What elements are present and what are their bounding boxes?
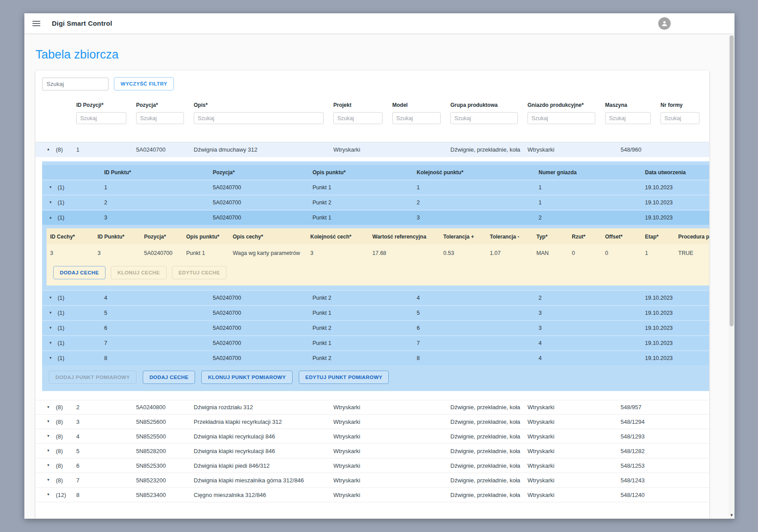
cell-id-punktu: 5 xyxy=(104,310,213,316)
filter-input-projekt[interactable] xyxy=(333,112,383,124)
position-row[interactable]: (8) 4 5N8525500 Dźwignia klapki recyrkul… xyxy=(35,429,709,444)
expand-arrow-icon[interactable] xyxy=(49,341,52,345)
point-row[interactable]: (1) 5 5A0240700 Punkt 1 5 3 19.10.2023 xyxy=(42,305,709,320)
child-count: (8) xyxy=(56,433,63,440)
filter-input-gniazdo[interactable] xyxy=(527,112,595,124)
expand-arrow-icon[interactable] xyxy=(49,356,52,360)
child-count: (8) xyxy=(56,448,63,454)
point-row[interactable]: (1) 2 5A0240700 Punkt 2 2 1 19.10.2023 xyxy=(42,195,709,210)
collapse-arrow-icon[interactable] xyxy=(47,148,50,151)
cell-id-cechy: 3 xyxy=(47,244,94,262)
filter-input-pozycja[interactable] xyxy=(136,112,184,124)
position-rows: (8) 2 5A0240800 Dźwignia rozdziału 312 W… xyxy=(35,400,709,502)
cell-nr-formy: 548/960 xyxy=(621,146,709,153)
expand-arrow-icon[interactable] xyxy=(49,326,52,330)
filter-input-grupa[interactable] xyxy=(450,112,518,124)
points-header-row: ID Punktu* Pozycja* Opis punktu* Kolejno… xyxy=(42,165,709,180)
expand-arrow-icon[interactable] xyxy=(47,493,50,497)
vertical-scrollbar[interactable]: ▼ xyxy=(729,34,735,519)
cell-typ: MAN xyxy=(533,244,568,262)
point-row[interactable]: (1) 7 5A0240700 Punkt 1 7 4 19.10.2023 xyxy=(42,335,709,350)
features-col-offset: Offset* xyxy=(602,228,641,244)
cell-pozycja: 5N8525600 xyxy=(136,419,194,425)
expand-arrow-icon[interactable] xyxy=(49,201,52,204)
cell-id-punktu: 3 xyxy=(104,215,213,221)
cell-numer-gniazda: 2 xyxy=(539,215,645,221)
point-row[interactable]: (1) 6 5A0240700 Punkt 2 6 3 19.10.2023 xyxy=(42,320,709,335)
cell-gniazdo: Wtryskarki xyxy=(527,492,605,498)
cell-pozycja: 5A0240700 xyxy=(213,295,313,301)
features-col-opis-cechy: Opis cechy* xyxy=(229,228,307,244)
position-row[interactable]: (8) 5 5N8528200 Dźwignia klapki recyrkul… xyxy=(35,444,709,458)
column-header-grupa: Grupa produktowa xyxy=(450,102,527,109)
point-row[interactable]: (1) 4 5A0240700 Punkt 2 4 2 19.10.2023 xyxy=(42,290,709,305)
column-header-maszyna: Maszyna xyxy=(605,102,660,109)
position-row[interactable]: (12) 8 5N8523400 Cięgno mieszalnika 312/… xyxy=(35,488,709,502)
points-col-data: Data utworzenia xyxy=(645,169,709,176)
point-row-selected[interactable]: (1) 3 5A0240700 Punkt 1 3 2 19.10.2023 xyxy=(42,210,709,225)
position-row[interactable]: (8) 6 5N8525300 Dźwignia klapki piedi 84… xyxy=(35,458,709,473)
cell-grupa: Dźwignie, przekładnie, koła xyxy=(450,462,527,469)
expand-arrow-icon[interactable] xyxy=(47,464,50,467)
expand-arrow-icon[interactable] xyxy=(49,186,52,189)
expand-arrow-icon[interactable] xyxy=(47,420,50,423)
cell-numer-gniazda: 1 xyxy=(539,184,645,191)
cell-grupa: Dźwignie, przekładnie, koła xyxy=(450,419,527,425)
search-input[interactable] xyxy=(42,78,109,90)
scroll-down-arrow-icon[interactable]: ▼ xyxy=(729,513,735,517)
clone-measure-point-button[interactable]: KLONUJ PUNKT POMIAROWY xyxy=(201,371,293,384)
cell-opis-punktu: Punkt 2 xyxy=(313,325,417,331)
cell-nr-formy: 548/1282 xyxy=(621,448,709,454)
add-measure-point-button: DODAJ PUNKT POMIAROWY xyxy=(49,371,137,384)
collapse-arrow-icon[interactable] xyxy=(49,216,52,219)
add-feature-button-outer[interactable]: DODAJ CECHE xyxy=(143,371,195,384)
cell-opis: Dźwignia klapki recyrkulacji 846 xyxy=(194,448,333,454)
expand-arrow-icon[interactable] xyxy=(47,449,50,453)
cell-tolerancja-minus: 1.07 xyxy=(486,244,533,262)
feature-row[interactable]: 3 3 5A0240700 Punkt 1 Waga wg karty para… xyxy=(47,244,709,262)
cell-data-utworzenia: 19.10.2023 xyxy=(645,325,709,331)
cell-projekt: Wtryskarki xyxy=(333,477,392,484)
add-feature-button[interactable]: DODAJ CECHE xyxy=(53,266,105,279)
filter-input-nr-formy[interactable] xyxy=(660,112,699,124)
cell-id: 4 xyxy=(76,433,136,440)
position-row[interactable]: (8) 2 5A0240800 Dźwignia rozdziału 312 W… xyxy=(35,400,709,415)
position-row[interactable]: (8) 3 5N8525600 Przekładnia klapki recyr… xyxy=(35,415,709,429)
edit-measure-point-button[interactable]: EDYTUJ PUNKT POMIAROWY xyxy=(299,371,389,384)
points-buttons: DODAJ PUNKT POMIAROWY DODAJ CECHE KLONUJ… xyxy=(42,365,709,391)
cell-grupa: Dźwignie, przekładnie, koła xyxy=(450,146,527,153)
scrollbar-thumb[interactable] xyxy=(730,35,734,326)
expand-arrow-icon[interactable] xyxy=(47,434,50,438)
cell-projekt: Wtryskarki xyxy=(333,448,392,454)
filter-input-maszyna[interactable] xyxy=(605,112,651,124)
cell-pozycja: 5N8528200 xyxy=(136,448,194,454)
cell-opis: Dźwignia klapki mieszalnika górna 312/84… xyxy=(194,477,333,484)
expand-arrow-icon[interactable] xyxy=(49,311,52,315)
cell-grupa: Dźwignie, przekładnie, koła xyxy=(450,433,527,440)
expand-arrow-icon[interactable] xyxy=(49,296,52,300)
features-col-etap: Etap* xyxy=(641,228,675,244)
cell-projekt: Wtryskarki xyxy=(333,492,392,498)
position-row[interactable]: (8) 7 5N8523200 Dźwignia klapki mieszaln… xyxy=(35,473,709,488)
point-row[interactable]: (1) 1 5A0240700 Punkt 1 1 1 19.10.2023 xyxy=(42,180,709,195)
filter-input-model[interactable] xyxy=(392,112,441,124)
cell-pozycja: 5N8525500 xyxy=(136,433,194,440)
cell-numer-gniazda: 4 xyxy=(539,355,645,361)
clear-filters-button[interactable]: WYCZYŚĆ FILTRY xyxy=(114,77,174,90)
cell-etap: 1 xyxy=(641,244,675,262)
filter-input-opis[interactable] xyxy=(194,112,324,124)
user-avatar[interactable] xyxy=(658,17,671,30)
point-row[interactable]: (1) 8 5A0240700 Punkt 2 8 4 19.10.2023 xyxy=(42,350,709,365)
cell-data-utworzenia: 19.10.2023 xyxy=(645,215,709,221)
expand-arrow-icon[interactable] xyxy=(47,478,50,482)
expand-arrow-icon[interactable] xyxy=(47,406,50,409)
cell-data-utworzenia: 19.10.2023 xyxy=(645,184,709,191)
position-row-expanded[interactable]: (8) 1 5A0240700 Dźwignia dmuchawy 312 Wt… xyxy=(35,142,709,157)
cell-id: 7 xyxy=(76,477,136,484)
cell-opis: Przekładnia klapki recyrkulacji 312 xyxy=(194,419,333,425)
menu-icon[interactable] xyxy=(32,21,40,26)
features-col-typ: Typ* xyxy=(533,228,568,244)
summary-table-card: WYCZYŚĆ FILTRY ID Pozycji* Pozycja* Opis… xyxy=(35,70,709,519)
points-subtable: ID Punktu* Pozycja* Opis punktu* Kolejno… xyxy=(42,161,709,391)
filter-input-id-pozycji[interactable] xyxy=(76,112,126,124)
